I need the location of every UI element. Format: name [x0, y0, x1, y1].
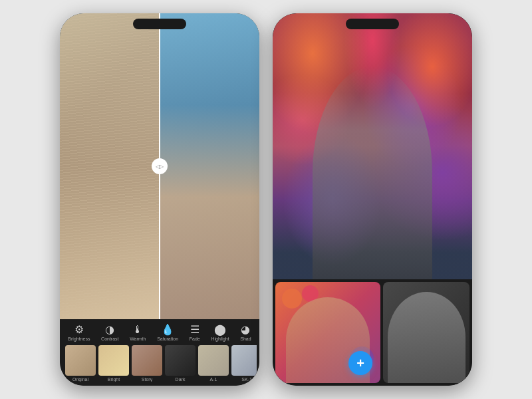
person-bw-silhouette [313, 66, 432, 279]
fade-label: Fade [190, 336, 200, 341]
shadow-tool[interactable]: ◕ Shad [240, 325, 251, 341]
contrast-tool[interactable]: ◑ Contrast [101, 325, 118, 341]
brightness-label: Brightness [68, 336, 90, 341]
bottom-panel: + [273, 279, 472, 386]
bw-face [388, 292, 466, 383]
fade-tool[interactable]: ☰ Fade [190, 325, 200, 341]
edit-toolbar: ⚙ Brightness ◑ Contrast 🌡 Warmth 💧 Satur… [60, 319, 259, 386]
filter-bright-thumb [98, 345, 129, 376]
filter-story-label: Story [142, 377, 152, 382]
filter-original[interactable]: Original [65, 345, 96, 382]
filter-sk1-thumb [231, 345, 257, 376]
filter-bright[interactable]: Bright [98, 345, 129, 382]
filter-a1-label: A-1 [210, 377, 217, 382]
toolbar-icons-row: ⚙ Brightness ◑ Contrast 🌡 Warmth 💧 Satur… [63, 325, 257, 341]
filter-original-thumb [65, 345, 96, 376]
filter-a1-thumb [198, 345, 229, 376]
contrast-label: Contrast [101, 336, 118, 341]
shadow-label: Shad [240, 336, 251, 341]
filter-dark-thumb [165, 345, 196, 376]
brightness-tool[interactable]: ⚙ Brightness [68, 325, 90, 341]
warmth-tool[interactable]: 🌡 Warmth [130, 325, 146, 341]
shadow-icon: ◕ [241, 325, 250, 335]
fade-icon: ☰ [190, 325, 200, 335]
phone-2-content: + [273, 13, 472, 386]
phone-1-content: ⚙ Brightness ◑ Contrast 🌡 Warmth 💧 Satur… [60, 13, 259, 386]
filter-strip: Original Bright Story Dark [63, 345, 257, 382]
highlight-label: Highlight [211, 336, 229, 341]
phone-2-notch [346, 19, 399, 29]
add-button[interactable]: + [348, 351, 372, 375]
saturation-label: Saturation [157, 336, 178, 341]
filter-dark-label: Dark [176, 377, 186, 382]
highlight-icon: ⬤ [214, 325, 226, 335]
filter-story[interactable]: Story [132, 345, 162, 382]
split-handle[interactable] [152, 158, 168, 174]
phone-1: ⚙ Brightness ◑ Contrast 🌡 Warmth 💧 Satur… [60, 13, 259, 386]
photo-edit-area[interactable] [60, 13, 259, 319]
filter-sk1[interactable]: SK-1 [231, 345, 257, 382]
photo-filtered-side [160, 13, 259, 319]
bottom-flower-thumb[interactable]: + [275, 282, 380, 383]
selective-color-photo[interactable] [273, 13, 472, 279]
warmth-label: Warmth [130, 336, 146, 341]
brightness-icon: ⚙ [74, 325, 84, 335]
bottom-bw-thumb[interactable] [383, 282, 469, 383]
filter-original-label: Original [72, 377, 88, 382]
filter-story-thumb [132, 345, 162, 376]
flower-deco-1 [282, 289, 302, 309]
phone-2: + [273, 13, 472, 386]
filter-sk1-label: SK-1 [241, 377, 252, 382]
filter-bright-label: Bright [108, 377, 120, 382]
filter-dark[interactable]: Dark [165, 345, 196, 382]
saturation-icon: 💧 [161, 325, 174, 335]
contrast-icon: ◑ [105, 325, 114, 335]
app-container: ⚙ Brightness ◑ Contrast 🌡 Warmth 💧 Satur… [0, 0, 532, 399]
saturation-tool[interactable]: 💧 Saturation [157, 325, 178, 341]
filter-a1[interactable]: A-1 [198, 345, 229, 382]
phone-1-notch [133, 19, 186, 29]
warmth-icon: 🌡 [132, 325, 143, 335]
highlight-tool[interactable]: ⬤ Highlight [211, 325, 229, 341]
photo-original-side [60, 13, 160, 319]
